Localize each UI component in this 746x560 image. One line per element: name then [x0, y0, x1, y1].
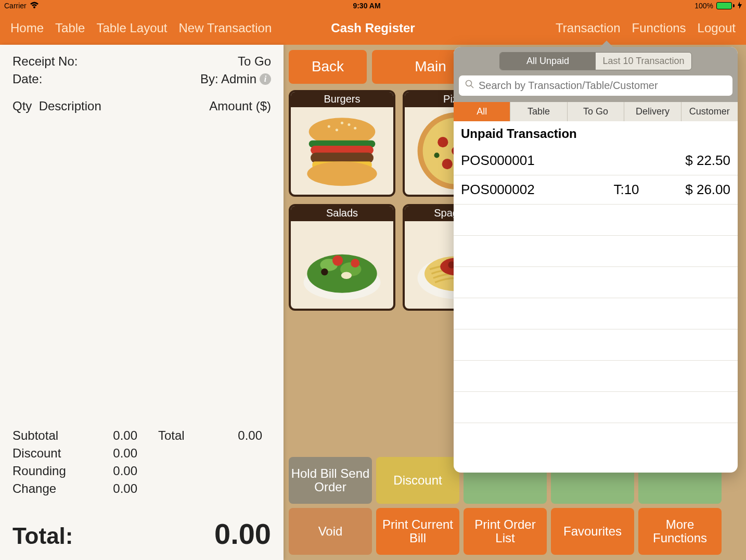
svg-point-3 [354, 127, 356, 130]
rounding-label: Rounding [12, 464, 96, 478]
svg-point-26 [321, 269, 328, 275]
print-current-bill-button[interactable]: Print Current Bill [376, 508, 459, 555]
transaction-amount: $ 22.50 [658, 152, 730, 169]
battery-label: 100% [694, 2, 713, 10]
more-functions-button[interactable]: More Functions [638, 508, 722, 555]
total-label: Total [158, 428, 221, 443]
total-value: 0.00 [221, 428, 262, 443]
segmented-control: All Unpaid Last 10 Transaction [499, 52, 692, 70]
seg-last-10[interactable]: Last 10 Transaction [596, 53, 691, 70]
search-icon [465, 80, 474, 92]
empty-row [454, 267, 738, 298]
transaction-table: T:10 [595, 182, 658, 198]
nav-logout[interactable]: Logout [698, 21, 736, 35]
battery-icon [716, 2, 735, 9]
svg-point-2 [341, 122, 343, 124]
svg-point-16 [442, 159, 453, 169]
filter-all[interactable]: All [454, 102, 510, 121]
nav-functions[interactable]: Functions [632, 21, 686, 35]
receipt-no-label: Receipt No: [12, 54, 78, 69]
search-input[interactable] [479, 80, 726, 92]
svg-point-13 [438, 137, 448, 147]
carrier-label: Carrier [4, 2, 27, 10]
hold-bill-button[interactable]: Hold Bill Send Order [289, 457, 372, 504]
burger-image [291, 107, 393, 195]
grand-total-value: 0.00 [214, 517, 271, 551]
receipt-by-label: By: Admin [200, 72, 256, 86]
empty-row [454, 361, 738, 392]
transaction-id: POS000001 [461, 152, 595, 169]
filter-delivery[interactable]: Delivery [624, 102, 681, 121]
empty-row [454, 236, 738, 267]
page-title: Cash Register [331, 21, 415, 35]
svg-point-1 [328, 125, 330, 128]
transaction-amount: $ 26.00 [658, 182, 730, 198]
col-qty: Qty [12, 99, 32, 113]
transaction-row[interactable]: POS000001 $ 22.50 [454, 146, 738, 175]
transaction-popover: All Unpaid Last 10 Transaction All Table… [454, 47, 738, 473]
svg-point-27 [341, 272, 352, 278]
category-card-salads[interactable]: Salads [289, 204, 395, 311]
col-amount: Amount ($) [209, 99, 271, 113]
svg-point-25 [351, 259, 359, 268]
salad-image [291, 221, 393, 309]
svg-line-34 [471, 85, 473, 88]
svg-point-5 [348, 123, 350, 126]
status-time: 9:30 AM [353, 2, 380, 10]
favourites-button[interactable]: Favourites [551, 508, 634, 555]
empty-row [454, 329, 738, 361]
svg-point-24 [332, 256, 343, 266]
transaction-id: POS000002 [461, 182, 595, 198]
back-button[interactable]: Back [289, 50, 367, 84]
category-card-burgers[interactable]: Burgers [289, 90, 395, 197]
receipt-line-items [12, 113, 271, 422]
nav-home[interactable]: Home [10, 21, 44, 35]
empty-row [454, 298, 738, 329]
category-title: Burgers [291, 92, 393, 107]
change-label: Change [12, 481, 96, 496]
wifi-icon [30, 2, 39, 10]
nav-table[interactable]: Table [55, 21, 85, 35]
nav-table-layout[interactable]: Table Layout [96, 21, 167, 35]
filter-tabs: All Table To Go Delivery Customer [454, 102, 738, 121]
nav-new-transaction[interactable]: New Transaction [179, 21, 272, 35]
svg-point-18 [434, 152, 440, 158]
popover-arrow [599, 41, 614, 48]
discount-value: 0.00 [96, 446, 137, 461]
seg-all-unpaid[interactable]: All Unpaid [500, 53, 596, 70]
receipt-date-label: Date: [12, 72, 42, 86]
category-title: Salads [291, 206, 393, 221]
print-order-list-button[interactable]: Print Order List [464, 508, 547, 555]
nav-transaction[interactable]: Transaction [556, 21, 621, 35]
search-field-wrapper [459, 75, 732, 96]
change-value: 0.00 [96, 481, 137, 496]
discount-label: Discount [12, 446, 96, 461]
col-desc: Description [39, 99, 101, 113]
grand-total-label: Total: [12, 523, 73, 549]
empty-row [454, 392, 738, 423]
svg-point-33 [466, 81, 472, 86]
info-icon[interactable]: i [260, 73, 271, 85]
subtotal-value: 0.00 [96, 428, 137, 443]
receipt-togo-label: To Go [238, 54, 271, 69]
nav-bar: Home Table Table Layout New Transaction … [0, 11, 746, 45]
filter-togo[interactable]: To Go [568, 102, 624, 121]
empty-row [454, 205, 738, 236]
transaction-row[interactable]: POS000002 T:10 $ 26.00 [454, 175, 738, 205]
charging-icon [738, 2, 742, 10]
filter-customer[interactable]: Customer [681, 102, 738, 121]
filter-table[interactable]: Table [510, 102, 567, 121]
void-button[interactable]: Void [289, 508, 372, 555]
rounding-value: 0.00 [96, 464, 137, 478]
svg-point-10 [307, 161, 377, 186]
svg-point-4 [336, 129, 338, 131]
discount-button[interactable]: Discount [376, 457, 459, 504]
subtotal-label: Subtotal [12, 428, 96, 443]
popover-section-title: Unpaid Transaction [454, 121, 738, 146]
status-bar: Carrier 9:30 AM 100% [0, 0, 746, 11]
receipt-panel: Receipt No: To Go Date: By: Admin i Qty … [0, 45, 284, 560]
